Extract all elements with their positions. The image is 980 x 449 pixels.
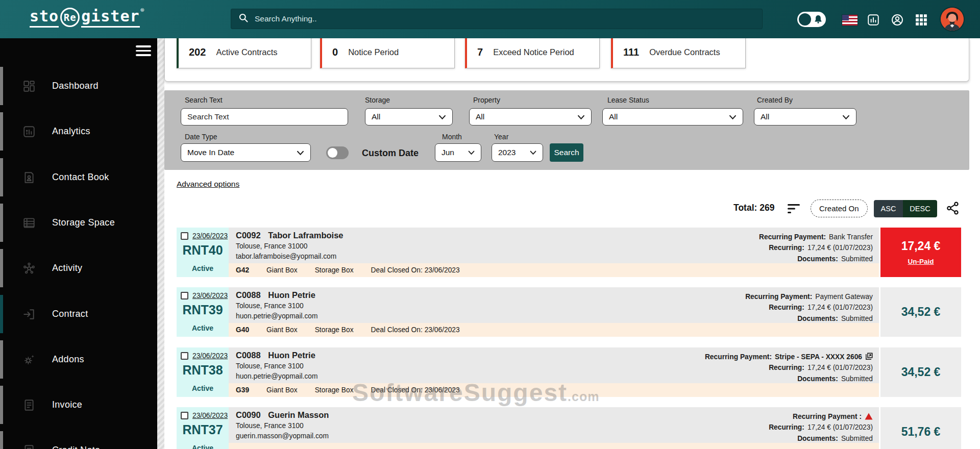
- property-select[interactable]: All: [469, 108, 592, 126]
- row-checkbox[interactable]: [181, 412, 188, 419]
- customer-name: Guerin Masson: [268, 410, 329, 419]
- reports-icon[interactable]: [867, 13, 880, 27]
- sidebar-item-indicator: [0, 158, 3, 196]
- chevron-down-icon: [468, 150, 475, 155]
- global-search-bar[interactable]: [231, 9, 763, 29]
- sidebar-item-dashboard[interactable]: Dashboard: [0, 63, 157, 109]
- chevron-down-icon: [297, 150, 304, 156]
- customer-name: Tabor Laframboise: [268, 231, 343, 240]
- customer-email: huon.petrie@yopmail.com: [236, 311, 317, 321]
- documents-label: Documents:: [797, 315, 838, 322]
- filter-search-button[interactable]: Search: [550, 143, 583, 162]
- row-checkbox[interactable]: [181, 232, 188, 240]
- advanced-options-link[interactable]: Advanced options: [177, 180, 239, 189]
- warning-triangle-icon[interactable]: [865, 413, 873, 420]
- amount: 51,76 €: [901, 425, 941, 439]
- contract-date-link[interactable]: 23/06/2023: [192, 352, 228, 360]
- row-checkbox[interactable]: [181, 352, 188, 360]
- sidebar-collapse-button[interactable]: [136, 45, 151, 57]
- search-text-label: Search Text: [185, 96, 223, 104]
- sidebar-item-label: Invoice: [52, 400, 82, 410]
- contract-row-2: 23/06/2023 RNT39 Active C0088 Huon Petri…: [177, 287, 961, 337]
- custom-date-toggle[interactable]: [326, 146, 349, 159]
- sidebar-item-analytics[interactable]: Analytics: [0, 109, 157, 154]
- recurring-value: 17,24 € (01/07/2023): [807, 244, 873, 252]
- recurring-label: Recurring:: [769, 244, 804, 252]
- month-select[interactable]: Jun: [435, 143, 481, 162]
- user-avatar[interactable]: [941, 8, 964, 31]
- sidebar-item-contact-book[interactable]: Contact Book: [0, 155, 157, 200]
- sort-asc-button[interactable]: ASC: [874, 200, 903, 217]
- activity-icon: [22, 262, 36, 275]
- contract-code: C0088: [236, 351, 261, 360]
- lease-status-select[interactable]: All: [602, 108, 743, 126]
- date-type-select-value: Move In Date: [187, 148, 234, 157]
- stat-value: 111: [623, 46, 639, 58]
- created-by-select-value: All: [761, 112, 769, 121]
- unit-category: Storage Box: [315, 326, 354, 334]
- unpaid-link[interactable]: Un-Paid: [908, 258, 934, 265]
- sidebar-item-activity[interactable]: Activity: [0, 245, 157, 291]
- contract-detail-cell: C0092 Tabor Laframboise Tolouse, France …: [229, 228, 879, 277]
- sidebar-item-storage-space[interactable]: Storage Space: [0, 200, 157, 245]
- unit-type: Giant Box: [266, 326, 298, 334]
- apps-grid-icon[interactable]: [915, 13, 928, 27]
- contract-date-link[interactable]: 23/06/2023: [192, 292, 228, 300]
- stat-label: Notice Period: [348, 47, 399, 57]
- sort-desc-button[interactable]: DESC: [903, 200, 937, 217]
- stat-label: Overdue Contracts: [649, 47, 720, 57]
- documents-value: Submitted: [841, 255, 873, 263]
- brand-logo[interactable]: sto Re gister ®: [30, 7, 144, 28]
- global-search-input[interactable]: [255, 14, 755, 23]
- stat-card-active-contracts: 202 Active Contracts: [177, 36, 311, 68]
- deal-closed-on: Deal Closed On: 23/06/2023: [371, 326, 460, 334]
- contract-date-link[interactable]: 23/06/2023: [192, 232, 228, 240]
- sidebar-item-addons[interactable]: Addons: [0, 337, 157, 382]
- contract-detail-cell: C0088 Huon Petrie Tolouse, France 3100 h…: [229, 347, 879, 397]
- contract-detail-cell: C0088 Huon Petrie Tolouse, France 3100 h…: [229, 287, 879, 337]
- created-by-select[interactable]: All: [754, 108, 856, 126]
- contract-summary-cell: 23/06/2023 RNT39 Active: [177, 287, 229, 337]
- lease-status-label: Lease Status: [607, 96, 649, 104]
- chevron-down-icon: [438, 114, 446, 120]
- unit-info-strip: G42 Giant Box Storage Box Deal Closed On…: [229, 263, 879, 277]
- sort-icon[interactable]: [788, 204, 801, 214]
- sort-by-pill[interactable]: Created On: [811, 199, 868, 217]
- row-checkbox[interactable]: [181, 292, 188, 300]
- analytics-icon: [22, 125, 36, 138]
- storage-space-icon: [22, 216, 36, 230]
- contact-book-icon: [22, 171, 36, 184]
- payment-method: Bank Transfer: [829, 233, 873, 241]
- share-icon[interactable]: [946, 201, 960, 215]
- recurring-label: Recurring:: [769, 364, 804, 371]
- sidebar-item-credit-note[interactable]: Credit Note: [0, 428, 157, 449]
- language-flag-us[interactable]: [842, 15, 857, 26]
- chevron-down-icon: [577, 114, 585, 120]
- brand-logo-circle: Re: [60, 8, 80, 27]
- recurring-value: 17,24 € (01/07/2023): [807, 423, 873, 431]
- sidebar-item-contract[interactable]: Contract: [0, 291, 157, 337]
- sidebar-item-invoice[interactable]: Invoice: [0, 382, 157, 428]
- sidebar-item-label: Contract: [52, 309, 88, 319]
- contract-date-link[interactable]: 23/06/2023: [192, 412, 228, 419]
- documents-value: Submitted: [841, 435, 873, 442]
- documents-label: Documents:: [797, 375, 838, 383]
- property-select-value: All: [476, 112, 484, 121]
- stat-value: 0: [332, 46, 338, 58]
- customer-name: Huon Petrie: [268, 351, 315, 360]
- year-select[interactable]: 2023: [492, 143, 543, 162]
- unit-category: Storage Box: [315, 266, 354, 274]
- month-label: Month: [442, 133, 462, 141]
- date-type-label: Date Type: [185, 133, 217, 141]
- storage-select[interactable]: All: [365, 108, 453, 126]
- sidebar-item-indicator: [0, 67, 3, 105]
- lease-status-select-value: All: [609, 112, 618, 121]
- account-icon[interactable]: [891, 13, 904, 27]
- theme-toggle[interactable]: [797, 12, 826, 27]
- sidebar-item-label: Addons: [52, 354, 84, 365]
- external-link-icon[interactable]: [865, 353, 873, 360]
- search-icon: [238, 13, 249, 25]
- search-text-input[interactable]: [181, 108, 348, 126]
- date-type-select[interactable]: Move In Date: [181, 143, 311, 162]
- sidebar-scroll-gutter[interactable]: [157, 38, 164, 449]
